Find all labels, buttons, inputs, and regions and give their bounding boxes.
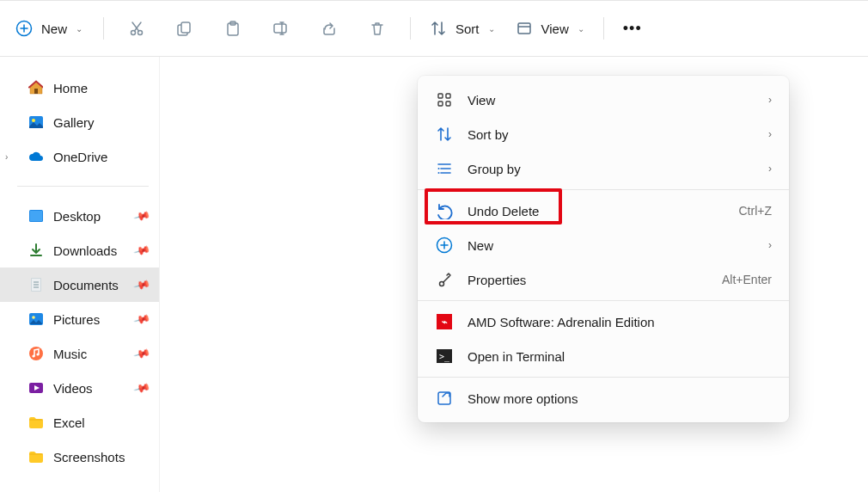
pin-icon: 📌 [132,242,150,260]
sidebar-item-label: Pictures [53,312,100,327]
chevron-right-icon: › [768,239,772,251]
chevron-down-icon: ⌄ [76,24,83,34]
ctx-label: Show more options [468,391,772,406]
sort-icon [430,20,447,37]
more-button[interactable]: ••• [614,15,651,43]
context-menu: View › Sort by › Group by › Undo Delete … [418,76,789,422]
sidebar-item-home[interactable]: Home [0,71,159,105]
ctx-view[interactable]: View › [418,83,789,117]
desktop-icon [28,208,43,224]
wrench-icon [435,270,454,289]
group-icon [435,159,454,178]
sidebar-item-label: OneDrive [53,150,107,164]
pin-icon: 📌 [132,345,150,363]
toolbar-divider [603,17,604,40]
sidebar-item-desktop[interactable]: Desktop 📌 [0,199,159,233]
music-icon [28,346,43,361]
sidebar-item-label: Excel [53,415,85,430]
expand-icon [435,389,454,408]
view-button[interactable]: View ⌄ [507,15,593,42]
ctx-open-in-terminal[interactable]: >_ Open in Terminal [418,339,789,373]
sidebar-item-label: Videos [53,381,93,396]
command-bar: New ⌄ Sort ⌄ View ⌄ ••• [0,0,868,57]
download-icon [28,243,43,258]
new-button[interactable]: New ⌄ [9,15,93,42]
chevron-right-icon: › [768,163,772,175]
pin-icon: 📌 [132,311,150,329]
pin-icon: 📌 [132,276,150,294]
ctx-amd-software[interactable]: ⌁ AMD Software: Adrenalin Edition [418,304,789,339]
sidebar-item-documents[interactable]: Documents 📌 [0,268,159,302]
chevron-right-icon: › [768,94,772,106]
view-icon [516,20,533,37]
sort-button[interactable]: Sort ⌄ [421,15,504,42]
ctx-label: Sort by [468,127,768,142]
sidebar-item-label: Gallery [53,115,95,130]
folder-icon [28,449,43,464]
scissors-icon [128,20,145,37]
plus-circle-icon [15,20,33,37]
new-label: New [41,22,67,36]
sidebar-item-videos[interactable]: Videos 📌 [0,371,159,405]
ctx-separator [418,300,789,301]
amd-icon: ⌁ [435,312,454,331]
gallery-icon [28,114,43,130]
clipboard-icon [224,20,241,37]
document-icon [28,277,43,292]
terminal-icon: >_ [435,347,454,366]
sidebar-item-label: Screenshots [53,450,125,464]
ctx-label: Properties [468,273,722,287]
share-icon [321,20,338,37]
rename-button[interactable] [259,9,303,47]
sidebar-item-screenshots[interactable]: Screenshots [0,440,159,474]
sidebar-item-label: Home [53,81,88,95]
sidebar-item-onedrive[interactable]: › OneDrive [0,139,159,174]
sort-icon [435,125,454,144]
ctx-label: Group by [468,162,768,176]
ctx-sort-by[interactable]: Sort by › [418,117,789,151]
view-grid-icon [435,90,454,109]
content-area[interactable]: View › Sort by › Group by › Undo Delete … [160,57,868,492]
cut-button[interactable] [114,9,159,47]
copy-button[interactable] [162,9,207,47]
chevron-down-icon: ⌄ [488,24,495,34]
chevron-right-icon: › [768,128,772,140]
ctx-label: New [468,238,768,253]
chevron-down-icon: ⌄ [578,24,584,34]
home-icon [28,80,43,95]
sidebar-item-pictures[interactable]: Pictures 📌 [0,302,159,336]
sidebar-item-label: Documents [53,278,119,292]
chevron-right-icon[interactable]: › [5,152,8,162]
undo-icon [435,201,454,220]
ctx-label: Open in Terminal [468,349,772,364]
ctx-label: Undo Delete [468,204,739,218]
share-button[interactable] [307,9,351,47]
delete-button[interactable] [355,9,400,47]
sidebar-item-music[interactable]: Music 📌 [0,336,159,371]
ctx-shortcut: Alt+Enter [722,273,772,286]
ctx-group-by[interactable]: Group by › [418,151,789,186]
sidebar-item-gallery[interactable]: Gallery [0,105,159,139]
ctx-undo-delete[interactable]: Undo Delete Ctrl+Z [418,194,789,228]
ctx-shortcut: Ctrl+Z [739,204,773,218]
copy-icon [176,20,193,37]
toolbar-divider [410,17,411,40]
view-label: View [541,22,569,36]
sidebar-item-downloads[interactable]: Downloads 📌 [0,233,159,268]
ctx-label: AMD Software: Adrenalin Edition [468,315,772,329]
sidebar-item-label: Desktop [53,209,101,224]
pin-icon: 📌 [132,379,150,397]
sidebar-item-label: Music [53,347,87,361]
sidebar-item-excel[interactable]: Excel [0,405,159,440]
toolbar-divider [103,17,104,40]
folder-icon [28,415,43,430]
paste-button[interactable] [211,9,255,47]
pin-icon: 📌 [132,207,150,225]
ctx-new[interactable]: New › [418,228,789,262]
ctx-properties[interactable]: Properties Alt+Enter [418,262,789,297]
video-icon [28,380,43,396]
ctx-show-more-options[interactable]: Show more options [418,381,789,415]
plus-circle-icon [435,236,454,255]
ctx-separator [418,189,789,190]
sidebar-separator [17,186,149,187]
